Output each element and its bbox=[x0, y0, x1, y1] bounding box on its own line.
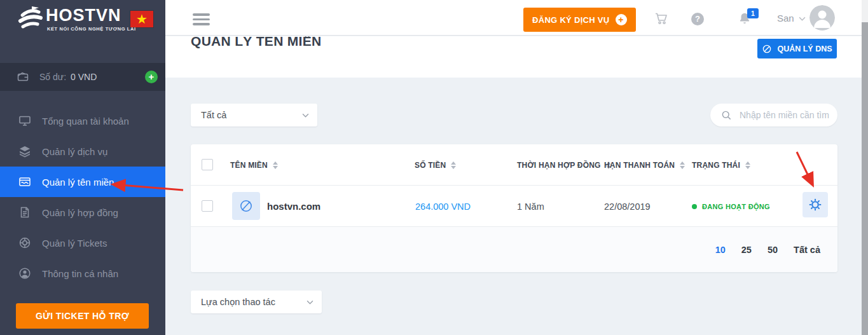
row-settings-button[interactable] bbox=[803, 192, 828, 217]
sidebar-item-services[interactable]: Quản lý dịch vụ bbox=[0, 136, 165, 167]
send-ticket-button[interactable]: GỬI TICKET HỖ TRỢ bbox=[16, 303, 149, 329]
row-checkbox[interactable] bbox=[202, 200, 213, 212]
help-icon[interactable]: ? bbox=[691, 13, 704, 25]
bulk-action-dropdown[interactable]: Lựa chọn thao tác bbox=[191, 291, 322, 313]
chevron-down-icon bbox=[307, 300, 313, 304]
sidebar-item-label: Thông tin cá nhân bbox=[42, 268, 118, 279]
plus-circle-icon: + bbox=[616, 14, 627, 25]
main-content: Tất cả TÊN MIỀN SỐ TIỀN bbox=[165, 78, 862, 335]
username[interactable]: San bbox=[777, 13, 794, 24]
select-all-checkbox[interactable] bbox=[202, 159, 213, 170]
notification-badge: 1 bbox=[747, 8, 759, 18]
column-header-label: THỜI HẠN HỢP ĐỒNG bbox=[517, 161, 601, 170]
status-filter-value: Tất cả bbox=[201, 110, 226, 120]
sort-icon bbox=[451, 161, 456, 169]
table-footer: 10 25 50 Tất cả bbox=[191, 227, 837, 272]
row-contract-term: 1 Năm bbox=[517, 186, 544, 227]
page-title: QUẢN LÝ TÊN MIỀN bbox=[191, 36, 321, 49]
page-header: QUẢN LÝ TÊN MIỀN QUẢN LÝ DNS bbox=[165, 36, 862, 78]
register-service-button[interactable]: ĐĂNG KÝ DỊCH VỤ + bbox=[523, 8, 636, 32]
domain-search[interactable] bbox=[710, 104, 837, 126]
person-icon bbox=[18, 266, 32, 280]
table-row: hostvn.com 264.000 VND 1 Năm 22/08/2019 … bbox=[191, 186, 837, 227]
column-header-contract-term[interactable]: THỜI HẠN HỢP ĐỒNG bbox=[517, 144, 611, 186]
hostvn-dashboard: HOSTVN KẾT NỐI CÔNG NGHỆ TƯƠNG LAI Số dư… bbox=[0, 0, 868, 335]
avatar[interactable] bbox=[809, 5, 835, 31]
row-payment-due: 22/08/2019 bbox=[604, 186, 651, 227]
column-header-label: HẠN THANH TOÁN bbox=[604, 161, 675, 170]
balance-label: Số dư: bbox=[39, 72, 66, 82]
sidebar-item-label: Quản lý hợp đồng bbox=[42, 207, 118, 218]
brand-tagline: KẾT NỐI CÔNG NGHỆ TƯƠNG LAI bbox=[47, 26, 136, 32]
page-size-option[interactable]: 25 bbox=[741, 245, 752, 255]
status-badge: ĐANG HOẠT ĐỘNG bbox=[692, 186, 770, 227]
domains-table-card: TÊN MIỀN SỐ TIỀN THỜI HẠN HỢP ĐỒNG HẠN T… bbox=[191, 144, 837, 272]
column-header-payment-due[interactable]: HẠN THANH TOÁN bbox=[604, 144, 685, 186]
domain-name-link[interactable]: hostvn.com bbox=[267, 186, 320, 227]
hamburger-menu-icon[interactable] bbox=[193, 13, 210, 28]
avatar-placeholder-icon bbox=[809, 5, 835, 31]
sort-icon bbox=[273, 161, 278, 169]
balance-value: 0 VND bbox=[71, 72, 97, 82]
search-icon bbox=[721, 110, 732, 121]
bulk-action-value: Lựa chọn thao tác bbox=[201, 297, 275, 307]
add-funds-button[interactable]: + bbox=[145, 71, 158, 83]
column-header-label: TÊN MIỀN bbox=[230, 161, 268, 170]
column-header-label: SỐ TIỀN bbox=[415, 161, 446, 170]
sidebar-item-profile[interactable]: Thông tin cá nhân bbox=[0, 258, 165, 289]
topbar: ĐĂNG KÝ DỊCH VỤ + ? 1 San bbox=[165, 0, 862, 36]
contract-icon bbox=[18, 205, 32, 219]
status-dot-icon bbox=[692, 204, 697, 209]
column-header-status[interactable]: TRẠNG THÁI bbox=[692, 144, 750, 186]
scrollbar-track[interactable] bbox=[862, 0, 868, 335]
lifering-icon bbox=[18, 236, 32, 250]
wallet-icon bbox=[17, 71, 29, 83]
sidebar-item-label: Quản lý Tickets bbox=[42, 238, 107, 249]
sidebar-item-domains[interactable]: Quản lý tên miền bbox=[0, 167, 165, 197]
cart-icon[interactable] bbox=[654, 11, 669, 26]
status-filter-dropdown[interactable]: Tất cả bbox=[191, 104, 317, 126]
brand-logo[interactable]: HOSTVN KẾT NỐI CÔNG NGHỆ TƯƠNG LAI bbox=[0, 0, 165, 62]
notifications-button[interactable]: 1 bbox=[738, 10, 763, 28]
hostvn-swirl-icon bbox=[17, 6, 45, 34]
sidebar-item-label: Quản lý tên miền bbox=[42, 177, 114, 188]
manage-dns-label: QUẢN LÝ DNS bbox=[777, 44, 832, 53]
dns-globe-icon bbox=[762, 44, 772, 54]
domain-icon bbox=[18, 175, 32, 189]
row-amount: 264.000 VND bbox=[415, 186, 471, 227]
search-input[interactable] bbox=[738, 109, 834, 121]
scrollbar-thumb[interactable] bbox=[862, 22, 868, 335]
brand-name: HOSTVN bbox=[46, 6, 121, 25]
status-label: ĐANG HOẠT ĐỘNG bbox=[702, 203, 770, 210]
page-size-option[interactable]: 10 bbox=[715, 245, 726, 255]
table-header-row: TÊN MIỀN SỐ TIỀN THỜI HẠN HỢP ĐỒNG HẠN T… bbox=[191, 144, 837, 186]
domain-globe-icon bbox=[232, 192, 260, 220]
layers-icon bbox=[18, 144, 32, 158]
page-size-option[interactable]: 50 bbox=[768, 245, 778, 255]
sort-icon bbox=[680, 161, 685, 169]
monitor-icon bbox=[18, 114, 32, 128]
gear-icon bbox=[808, 198, 822, 212]
sidebar-item-contracts[interactable]: Quản lý hợp đồng bbox=[0, 197, 165, 228]
column-header-amount[interactable]: SỐ TIỀN bbox=[415, 144, 456, 186]
vietnam-flag-icon bbox=[130, 11, 153, 27]
page-size-option[interactable]: Tất cả bbox=[794, 245, 820, 255]
sidebar-item-label: Quản lý dịch vụ bbox=[42, 146, 107, 157]
sort-icon bbox=[745, 161, 750, 169]
balance-bar: Số dư: 0 VND + bbox=[0, 63, 165, 91]
column-header-label: TRẠNG THÁI bbox=[692, 161, 740, 170]
chevron-down-icon bbox=[302, 113, 309, 118]
column-header-domain[interactable]: TÊN MIỀN bbox=[230, 144, 278, 186]
chevron-down-icon bbox=[799, 17, 806, 21]
manage-dns-button[interactable]: QUẢN LÝ DNS bbox=[757, 39, 837, 58]
sidebar-item-label: Tổng quan tài khoản bbox=[42, 116, 129, 126]
register-service-label: ĐĂNG KÝ DỊCH VỤ bbox=[532, 15, 610, 25]
sidebar-item-tickets[interactable]: Quản lý Tickets bbox=[0, 228, 165, 258]
sidebar: HOSTVN KẾT NỐI CÔNG NGHỆ TƯƠNG LAI Số dư… bbox=[0, 0, 165, 335]
sidebar-item-account-overview[interactable]: Tổng quan tài khoản bbox=[0, 106, 165, 136]
